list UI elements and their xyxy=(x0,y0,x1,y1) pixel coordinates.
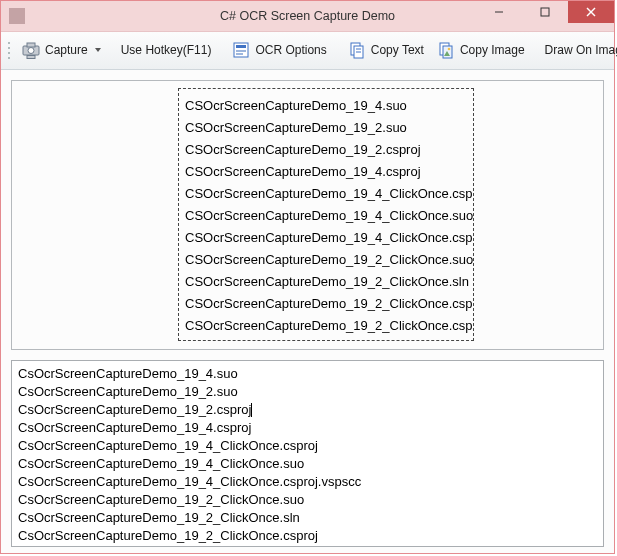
captured-line: CSOcrScreenCaptureDemo_19_4_ClickOnce.su… xyxy=(185,205,467,227)
captured-line: CSOcrScreenCaptureDemo_19_2_ClickOnce.cs… xyxy=(185,293,467,315)
hotkey-button[interactable]: Use Hotkey(F11) xyxy=(115,40,218,60)
app-icon xyxy=(9,8,25,24)
capture-label: Capture xyxy=(45,43,88,57)
toolbar: Capture Use Hotkey(F11) OCR Options xyxy=(1,32,614,70)
result-line: CsOcrScreenCaptureDemo_19_4.csproj xyxy=(18,419,597,437)
chevron-down-icon xyxy=(95,48,101,52)
result-text-area[interactable]: CsOcrScreenCaptureDemo_19_4.suoCsOcrScre… xyxy=(12,361,603,546)
svg-point-5 xyxy=(8,47,10,49)
hotkey-label: Use Hotkey(F11) xyxy=(121,43,212,57)
svg-rect-13 xyxy=(236,45,246,48)
copy-text-button[interactable]: Copy Text xyxy=(341,37,430,63)
draw-on-image-button[interactable]: Draw On Image xyxy=(539,40,617,60)
captured-line: CSOcrScreenCaptureDemo_19_4_ClickOnce.cs… xyxy=(185,227,467,249)
copy-text-label: Copy Text xyxy=(371,43,424,57)
result-line: CsOcrScreenCaptureDemo_19_4_ClickOnce.cs… xyxy=(18,473,597,491)
titlebar[interactable]: C# OCR Screen Capture Demo xyxy=(1,1,614,32)
close-icon xyxy=(586,7,596,17)
capture-selection[interactable]: CSOcrScreenCaptureDemo_19_4.suoCSOcrScre… xyxy=(178,88,474,341)
minimize-button[interactable] xyxy=(476,1,522,23)
svg-rect-1 xyxy=(541,8,549,16)
copy-image-icon xyxy=(436,40,456,60)
captured-line: CSOcrScreenCaptureDemo_19_2.csproj xyxy=(185,139,467,161)
minimize-icon xyxy=(494,7,504,17)
result-line: CsOcrScreenCaptureDemo_19_2_ClickOnce.cs… xyxy=(18,527,597,545)
ocr-options-button[interactable]: OCR Options xyxy=(225,37,332,63)
result-line: CsOcrScreenCaptureDemo_19_4_ClickOnce.su… xyxy=(18,455,597,473)
captured-line: CSOcrScreenCaptureDemo_19_2_ClickOnce.cs… xyxy=(185,315,467,337)
captured-line: CSOcrScreenCaptureDemo_19_2.suo xyxy=(185,117,467,139)
content-area: CSOcrScreenCaptureDemo_19_4.suoCSOcrScre… xyxy=(1,70,614,553)
captured-line: CSOcrScreenCaptureDemo_19_4_ClickOnce.cs… xyxy=(185,183,467,205)
svg-rect-11 xyxy=(27,56,35,59)
grip-icon xyxy=(7,40,13,60)
svg-point-23 xyxy=(448,48,451,51)
camera-icon xyxy=(21,40,41,60)
window-controls xyxy=(476,1,614,31)
svg-rect-14 xyxy=(236,50,246,52)
captured-line: CSOcrScreenCaptureDemo_19_2_ClickOnce.sl… xyxy=(185,271,467,293)
draw-on-image-label: Draw On Image xyxy=(545,43,617,57)
grip-handle[interactable] xyxy=(5,37,15,63)
close-button[interactable] xyxy=(568,1,614,23)
result-line: CsOcrScreenCaptureDemo_19_2.suo xyxy=(18,383,597,401)
svg-point-10 xyxy=(28,48,34,54)
result-line: CsOcrScreenCaptureDemo_19_2.csproj xyxy=(18,401,597,419)
capture-button[interactable]: Capture xyxy=(15,37,107,63)
app-window: C# OCR Screen Capture Demo xyxy=(0,0,615,554)
result-line: CsOcrScreenCaptureDemo_19_4_ClickOnce.cs… xyxy=(18,437,597,455)
ocr-options-label: OCR Options xyxy=(255,43,326,57)
copy-image-label: Copy Image xyxy=(460,43,525,57)
svg-point-4 xyxy=(8,42,10,44)
capture-preview-pane[interactable]: CSOcrScreenCaptureDemo_19_4.suoCSOcrScre… xyxy=(11,80,604,350)
maximize-button[interactable] xyxy=(522,1,568,23)
result-line: CsOcrScreenCaptureDemo_19_2_ClickOnce.sl… xyxy=(18,509,597,527)
result-line: CsOcrScreenCaptureDemo_19_4.suo xyxy=(18,365,597,383)
options-icon xyxy=(231,40,251,60)
captured-line: CSOcrScreenCaptureDemo_19_4.csproj xyxy=(185,161,467,183)
result-line: CsOcrScreenCaptureDemo_19_2_ClickOnce.su… xyxy=(18,491,597,509)
copy-text-icon xyxy=(347,40,367,60)
result-pane-wrap: CsOcrScreenCaptureDemo_19_4.suoCsOcrScre… xyxy=(11,360,604,547)
svg-rect-15 xyxy=(236,53,243,55)
svg-point-7 xyxy=(8,57,10,59)
svg-rect-9 xyxy=(27,43,35,47)
captured-line: CSOcrScreenCaptureDemo_19_2_ClickOnce.su… xyxy=(185,249,467,271)
maximize-icon xyxy=(540,7,550,17)
captured-line: CSOcrScreenCaptureDemo_19_4.suo xyxy=(185,95,467,117)
copy-image-button[interactable]: Copy Image xyxy=(430,37,531,63)
svg-point-6 xyxy=(8,52,10,54)
